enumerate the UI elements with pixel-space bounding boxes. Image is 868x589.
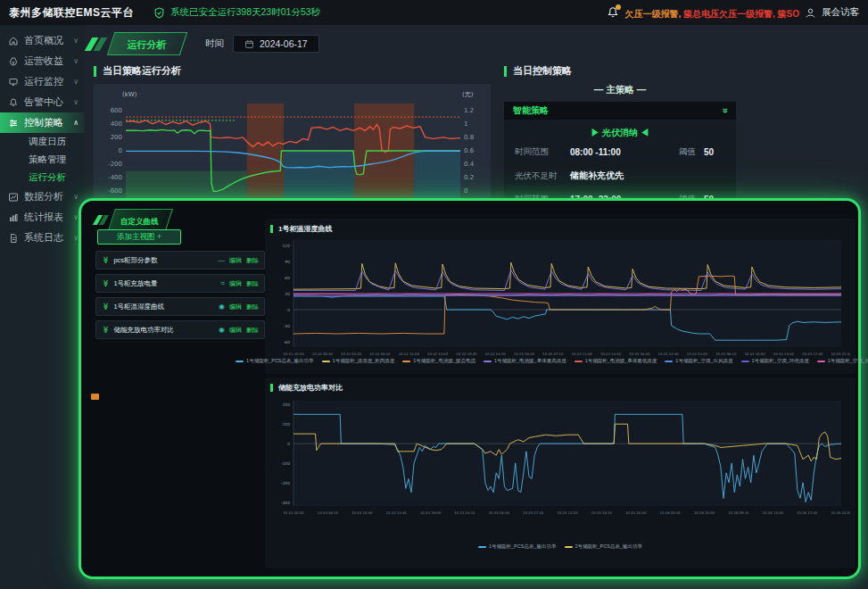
legend-item[interactable]: 1号储能柜_电池簇_簇总电流 [402,358,475,364]
edit-link[interactable]: 编辑 [229,279,242,288]
expand-chevron-icon[interactable]: ≫ [102,279,110,286]
sidebar-subitem[interactable]: 调度日历 [0,133,85,151]
svg-text:-300: -300 [281,501,290,505]
threshold-label: 阈值 [679,146,704,158]
svg-text:10-22 23:30: 10-22 23:30 [485,352,507,356]
curve-row[interactable]: ≫1号柜充放电量≈编辑删除 [95,274,265,293]
modal-title-badge: 自定义曲线 [108,209,172,230]
sidebar-subitem[interactable]: 运行分析 [0,169,85,187]
sidebar-subitem[interactable]: 策略管理 [0,151,85,169]
legend-swatch-icon [817,361,825,362]
curve-row[interactable]: ≫pcs柜部分参数—编辑删除 [95,251,265,270]
temp-curve-chart[interactable]: 1209060300-30-6010-21 20:4010-22 00:3010… [270,235,850,360]
add-main-view-button[interactable]: 添加主视图 + [97,229,181,245]
expand-chevron-icon[interactable]: ≫ [102,326,110,333]
alert-text[interactable]: 欠压一级报警, 簇总电压欠压一级报警, 簇SO [624,4,799,21]
svg-text:0: 0 [464,187,467,195]
wave-icon[interactable]: ≈ [221,279,225,287]
legend-item[interactable]: 1号储能柜_PCS总表_输出功率 [478,543,557,550]
expand-chevron-icon[interactable]: ≫ [102,303,110,310]
sidebar-item-label: 统计报表 [24,211,63,224]
legend-item[interactable]: 1号储能柜_PCS总表_输出功率 [236,358,314,364]
svg-text:(kW): (kW) [122,91,137,98]
smart-strategy-header[interactable]: 智能策略 « [504,102,736,120]
legend-item[interactable]: 1号储能柜_温湿度_柜内温度 [322,358,395,364]
notification-bell-icon[interactable] [607,6,619,19]
legend-item[interactable]: 1号储能柜_电池簇_单体最高温度 [484,358,566,364]
delete-link[interactable]: 删除 [246,303,259,311]
svg-text:10-23 22:30: 10-23 22:30 [658,352,680,356]
legend-swatch-icon [478,546,486,548]
tab-run-analysis[interactable]: 运行分析 [107,32,187,55]
power-compare-chart[interactable]: 2001000-100-200-30010-24 02:0010-24 06:1… [270,395,850,520]
chevron-down-icon: ∨ [73,78,79,86]
sidebar-item-home[interactable]: 首页概况∨ [0,30,85,51]
curve-row[interactable]: ≫1号柜温湿度曲线◉编辑删除 [95,297,265,316]
svg-text:30: 30 [285,292,290,296]
sidebar-item-bell[interactable]: 告警中心∨ [0,92,85,112]
svg-text:-200: -200 [281,481,290,485]
svg-text:10-24 14:45: 10-24 14:45 [386,510,408,515]
runtime-text: 系统已安全运行398天23时01分53秒 [170,6,320,19]
svg-text:0.4: 0.4 [464,161,475,168]
svg-text:10-22 12:00: 10-22 12:00 [399,352,420,356]
curve-name: pcs柜部分参数 [113,256,213,265]
eye-icon[interactable]: ◉ [219,303,225,311]
svg-text:-30: -30 [284,324,290,328]
legend-item[interactable]: 1号储能柜_电池簇_单体最低温度 [575,358,657,364]
edit-link[interactable]: 编辑 [229,303,242,311]
svg-text:10-24 02:00: 10-24 02:00 [283,510,304,515]
strategy-run-chart[interactable]: 6004002000-200-400-6001.210.80.60.40.20(… [94,84,491,209]
delete-link[interactable]: 删除 [246,279,259,288]
sidebar-item-label: 告警中心 [24,95,63,109]
title-bar-decor [270,225,273,233]
sidebar-item-strategy[interactable]: 控制策略∧ [0,112,85,133]
curve-row[interactable]: ≫储能充放电功率对比◉编辑删除 [95,320,265,339]
legend-label: 2号储能柜_PCS总表_输出功率 [575,543,643,550]
edit-link[interactable]: 编辑 [229,256,242,265]
sidebar-item-monitor[interactable]: 运行监控∨ [0,71,85,92]
svg-text:10-26 22:00: 10-26 22:00 [831,510,850,515]
legend-swatch-icon [402,361,410,362]
date-picker[interactable]: 2024-06-17 [233,35,319,53]
section-title-run: 当日策略运行分析 [94,64,181,78]
svg-text:90: 90 [285,260,290,264]
legend-label: 1号储能柜_空调_出风温度 [675,358,732,364]
collapse-up-icon[interactable]: « [719,108,730,113]
row-label: 光伏不足时 [515,170,570,182]
sidebar-subitem-label: 调度日历 [29,136,66,148]
user-name[interactable]: 展会访客 [822,6,859,19]
sidebar-item-report[interactable]: 统计报表∨ [0,207,85,228]
curve-name: 1号柜充放电量 [113,279,216,288]
svg-text:1.2: 1.2 [464,107,474,114]
sidebar-item-log[interactable]: 系统日志∨ [0,228,85,248]
legend-item[interactable]: 1号储能柜_空调_回风温度 [817,358,868,364]
line-icon[interactable]: — [218,256,225,264]
sidebar-item-revenue[interactable]: 运营收益∨ [0,51,85,71]
user-icon[interactable] [805,7,816,19]
expand-chevron-icon[interactable]: ≫ [102,256,110,263]
delete-link[interactable]: 删除 [246,256,259,265]
title-bar-decor [270,384,273,392]
temp-chart-title: 1号柜温湿度曲线 [270,224,332,234]
legend-item[interactable]: 1号储能柜_空调_出风温度 [665,358,732,364]
svg-text:10-24 10:30: 10-24 10:30 [351,510,373,515]
legend-item[interactable]: 2号储能柜_PCS总表_输出功率 [565,543,643,550]
title-bar-decor [504,66,507,77]
legend-label: 1号储能柜_电池簇_簇总电流 [413,358,475,364]
eye-icon[interactable]: ◉ [219,326,225,334]
delete-link[interactable]: 删除 [246,326,259,335]
legend-item[interactable]: 1号储能柜_空调_环境温度 [741,358,809,364]
svg-text:0.6: 0.6 [464,147,475,154]
svg-text:10-24 10:00: 10-24 10:00 [744,352,765,356]
sidebar-item-label: 运营收益 [24,54,63,68]
svg-text:0.2: 0.2 [464,174,474,181]
svg-text:10-24 19:00: 10-24 19:00 [420,510,442,515]
svg-text:0.8: 0.8 [464,134,474,141]
svg-text:10-25 12:00: 10-25 12:00 [557,510,578,515]
sidebar-item-analysis[interactable]: 数据分析∨ [0,187,85,207]
svg-text:120: 120 [282,244,290,248]
edit-link[interactable]: 编辑 [229,326,242,335]
svg-text:10-22 08:10: 10-22 08:10 [369,352,391,356]
strategy-row: 光伏不足时储能补充优先 [515,170,725,182]
